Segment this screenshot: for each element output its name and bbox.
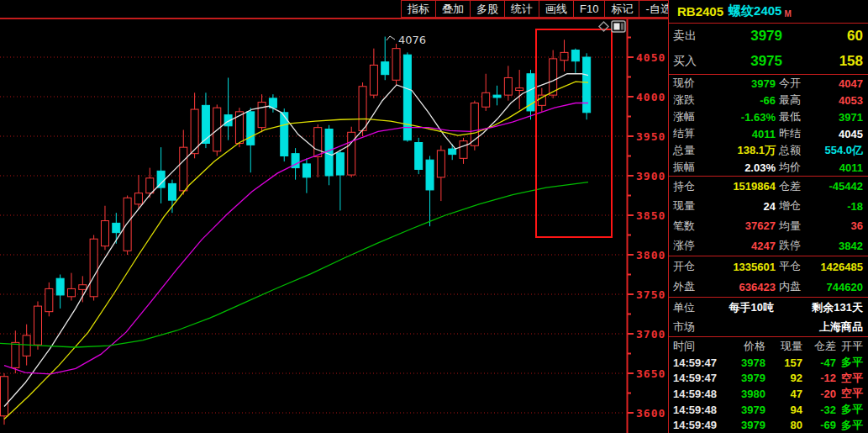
tick-row: 14:59:48397994-32多平 (669, 402, 868, 418)
period-flag: M (784, 9, 791, 18)
candle-body (527, 74, 534, 111)
candle-body (437, 150, 445, 177)
y-axis-label: 3950 (636, 130, 665, 143)
quote-row: 外盘636423内盘744620 (669, 277, 868, 297)
chart-svg: 4076 (0, 0, 668, 433)
candle-body (348, 132, 355, 175)
candle-body (79, 285, 87, 290)
candle-body (45, 288, 53, 311)
buy-price: 3975 (717, 53, 782, 70)
candle-body (258, 103, 266, 128)
candle-body (247, 112, 255, 145)
tick-col-header: 时间 (673, 339, 725, 354)
svg-text:4076: 4076 (398, 34, 426, 46)
y-axis-label: 3850 (636, 209, 665, 222)
quote-section-info: 单位每手10吨剩余131天市场上海商品 (669, 298, 868, 336)
candle-body (336, 153, 344, 175)
buy-row: 买入 3975 158 (669, 49, 868, 74)
contract-code: RB2405 (677, 4, 723, 18)
candle-body (12, 342, 19, 367)
candle-body (90, 239, 97, 297)
candle-body (392, 49, 400, 81)
candle-body (23, 335, 30, 356)
trading-app-window: 指标叠加多股统计画线F10标记-自选返回 4076 40504000395039… (0, 0, 868, 433)
tick-row: 14:59:47397992-12空平 (669, 371, 868, 387)
quote-section-position: 持仓1519864仓差-45442现量24增仓-18笔数37627均量36涨停4… (669, 177, 868, 256)
candle-body (67, 288, 75, 296)
tick-table-body: 14:59:473978157-47多平14:59:47397992-12空平1… (669, 355, 868, 433)
sell-row: 卖出 3979 60 (669, 24, 868, 49)
panel-toggle-icon[interactable] (612, 21, 625, 32)
tick-row: 14:59:49397980-69多平 (669, 417, 868, 433)
candle-body (504, 77, 512, 95)
quote-row: 涨跌-66最高4053 (669, 92, 868, 108)
quote-row: 现价3979今开4047 (669, 75, 868, 92)
quote-row: 开仓1335601平仓1426485 (669, 256, 868, 277)
y-axis-label: 3600 (636, 407, 665, 420)
candle-body (426, 160, 434, 190)
y-axis-label: 3750 (636, 288, 665, 301)
candle-body (560, 52, 568, 60)
candle-body (101, 221, 108, 246)
candle-body (460, 141, 467, 159)
quote-row: 单位每手10吨剩余131天 (669, 298, 868, 317)
candle-body (415, 143, 423, 170)
candle-body (583, 57, 591, 113)
MA-green (0, 182, 588, 347)
candle-body (370, 65, 377, 95)
candle-body (325, 129, 333, 176)
candle-body (449, 149, 456, 155)
quote-section-price: 现价3979今开4047涨跌-66最高4053涨幅-1.63%最低3971结算4… (669, 75, 868, 176)
candle-body (146, 178, 154, 193)
quote-panel: RB2405 螺纹2405 M 卖出 3979 60 买入 3975 158 现… (668, 0, 868, 433)
quote-row: 振幅2.03%均价4011 (669, 159, 868, 176)
quote-row: 结算4011昨结4045 (669, 125, 868, 142)
candle-body (124, 198, 131, 251)
quote-row: 现量24增仓-18 (669, 197, 868, 217)
quote-row: 持仓1519864仓差-45442 (669, 177, 868, 197)
y-axis-label: 4050 (636, 51, 665, 64)
y-axis-label: 3800 (636, 249, 665, 261)
sell-volume: 60 (782, 28, 863, 45)
candle-body (359, 87, 366, 131)
tick-row: 14:59:473978157-47多平 (669, 355, 868, 371)
ma-lines-layer (0, 74, 588, 420)
tick-row: 14:59:48398047-20空平 (669, 386, 868, 402)
contract-name: 螺纹2405 (729, 3, 781, 19)
candle-body (550, 59, 557, 95)
candle-body (381, 62, 389, 75)
quote-row: 总量138.1万总额554.0亿 (669, 142, 868, 159)
y-axis-label: 3700 (636, 328, 665, 341)
candle-body (157, 171, 165, 187)
sell-price: 3979 (717, 28, 782, 45)
quote-row: 笔数37627均量36 (669, 216, 868, 236)
tick-table-header: 时间价格现量仓差开平 (669, 337, 868, 355)
tick-col-header: 仓差 (802, 339, 836, 354)
quote-row: 市场上海商品 (669, 317, 868, 336)
tick-col-header: 价格 (725, 339, 765, 354)
candle-body (482, 92, 490, 107)
buy-volume: 158 (782, 53, 863, 70)
quote-row: 涨幅-1.63%最低3971 (669, 108, 868, 125)
candle-body (516, 88, 523, 91)
candle-body (493, 95, 501, 98)
candlestick-chart[interactable]: 4076 40504000395039003850380037503700365… (0, 0, 668, 433)
y-axis-label: 3900 (636, 170, 665, 182)
axis-ticks-layer (628, 38, 634, 414)
quote-section-openclose: 开仓1335601平仓1426485外盘636423内盘744620 (669, 256, 868, 297)
candle-body (571, 50, 579, 61)
high-annotation: 4076 (387, 34, 426, 46)
tick-col-header: 现量 (765, 339, 802, 354)
candle-body (134, 193, 142, 204)
candle-body (180, 147, 187, 191)
contract-title[interactable]: RB2405 螺纹2405 M (669, 0, 868, 23)
candle-body (168, 183, 176, 200)
candle-body (56, 278, 64, 295)
candle-body (302, 164, 310, 177)
candle-body (1, 377, 8, 416)
y-axis-label: 4000 (636, 91, 665, 103)
quote-row: 涨停4247跌停3842 (669, 236, 868, 256)
y-axis-label: 3650 (636, 367, 665, 380)
candle-body (34, 306, 41, 345)
candle-body (314, 128, 322, 157)
